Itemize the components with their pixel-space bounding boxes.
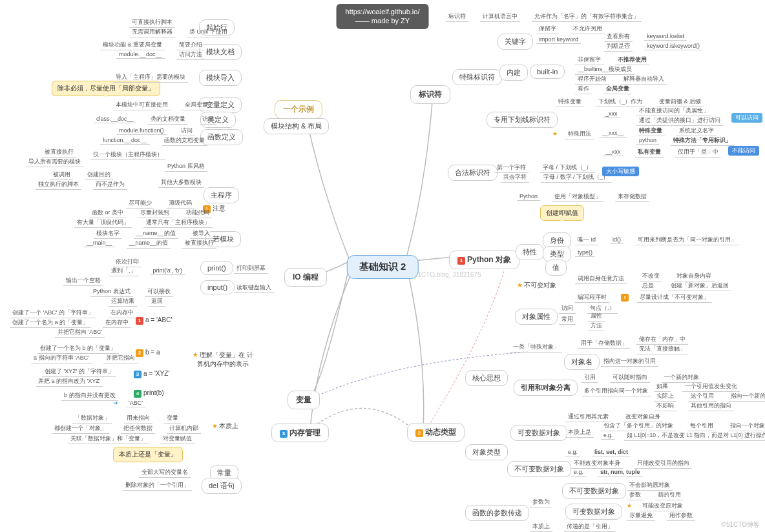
detail: 被直接执行 [42, 147, 76, 158]
node-builtin-label: 内建 [499, 65, 528, 81]
detail: function.__doc__函数的文档变量 [100, 136, 207, 146]
node-del: del 语句 [202, 478, 242, 494]
node-var-sub: ★理解「变量」在 计算机内存中的表示 [191, 351, 255, 369]
node-core: 核心思想 [465, 370, 508, 386]
detail: module.function()访问 [116, 126, 195, 136]
detail: ★可能改变原对象 [627, 501, 686, 511]
detail: type() [575, 249, 595, 257]
detail: 可直接执行脚本 [129, 17, 175, 28]
node-var-a: 1a = 'ABC' [136, 316, 172, 325]
detail: 指向这一对象的引用 [601, 356, 658, 367]
detail: 导入「主程序」需要的模块 [113, 72, 188, 83]
branch-example-sub: 模块结构 & 布局 [264, 118, 329, 134]
detail: 标识符计算机语言中允许作为「名字」的「有效字符串集合」 [446, 12, 642, 22]
detail: 尽可能少顶级代码 [126, 198, 194, 209]
footer: ©51CTO博客 [722, 520, 760, 529]
detail: 常用 [559, 314, 576, 325]
detail: 删除对象的「一个引用」 [123, 480, 192, 491]
detail: module.__doc__访问方法 [116, 50, 205, 60]
node-val: 值 [545, 260, 567, 276]
callout-local-var: 除非必须，尽量使用「局部变量」 [52, 81, 160, 96]
detail: 关联「数据对象」和「变量」对变量赋值 [68, 434, 194, 444]
tag-noaccess: 不能访问 [728, 146, 759, 156]
node-param-immut: 不可变数据对象 [562, 483, 626, 499]
detail: e.g.list, set, dict [565, 448, 631, 456]
branch-identifier: 标识符 [410, 85, 450, 104]
detail: 仅一个模块（主程序模块） [90, 150, 165, 160]
branch-mem: 3内存管理 [271, 424, 329, 442]
detail: 属性 [588, 311, 605, 322]
detail: 不能直接访问的「类属性」 [636, 106, 711, 116]
branch-io: IO 编程 [284, 268, 327, 287]
detail: 参数新的引用 [627, 490, 684, 500]
detail: 独立执行的脚本而不是作为 [36, 179, 127, 190]
detail: 判断是否keyword.iskeyword() [604, 41, 702, 52]
detail: 无需调用解释器类 Unix 下使用 [129, 27, 230, 37]
detail: __main____name__的值被直接执行 [84, 238, 216, 249]
node-builtin: built-in [530, 65, 565, 79]
detail: ★特殊用法 [552, 129, 594, 139]
detail: 被调用创建目的 [50, 170, 113, 180]
node-print: print() [200, 261, 233, 275]
node-immut: ★不可变对象 [517, 281, 556, 290]
branch-pyobj: 1Python 对象 [449, 251, 519, 269]
detail: 如果一个引用值发生变化 [654, 382, 740, 392]
detail: 不能改变对象本身只能改变引用的指向 [571, 458, 692, 469]
node-var-c: 3a = 'XYZ' [134, 370, 169, 378]
detail: 多个引用指向同一个对象 [582, 386, 651, 396]
detail: 其他大多数模块 [158, 178, 204, 188]
detail: e.g.如 L1[0]=10，不是改变 L1 指向，而是对 L1[0] 进行操作… [601, 431, 749, 441]
detail: 创建了一个名为 b 的「变量」 [37, 343, 119, 354]
branch-dyn: 2动态类型 [407, 423, 465, 442]
node-ref-obj-sep: 引用和对象分离 [514, 380, 578, 396]
node-immutable: 不可变数据对象 [507, 461, 571, 477]
detail: 不影响其他引用的指向 [654, 401, 734, 411]
detail: Python使用「对象模型」来存储数据 [517, 192, 649, 202]
detail: 全部大写的变量名 [139, 467, 191, 478]
detail: 输出一个空格 [63, 276, 103, 286]
branch-example: 一个示例 [275, 100, 322, 119]
detail: 第一个字符字母 / 下划线（_） [494, 163, 594, 173]
detail: 创建了一个 'ABC' 的「字符串」在内存中 [10, 308, 136, 318]
detail: 编写程序时!尽量设计成「不可变对象」 [575, 292, 712, 303]
detail: a 指向的字符串 'ABC'并把它指向 [31, 353, 138, 363]
detail: _xxx [603, 110, 620, 118]
node-param-mut: 可变数据对象 [565, 504, 622, 520]
detail: 本模块中可直接使用全局变量 [113, 100, 211, 110]
detail: 查看所有keyword.kwlist [604, 32, 687, 42]
detail: 参数为 [530, 497, 552, 507]
node-module-import: 模块导入 [199, 70, 242, 86]
detail: 有大量「顶级代码」通常只有「主程序模块」 [74, 218, 213, 228]
node-attr: 特性 [516, 244, 544, 260]
header-credit: https://woaielf.github.io/—— made by ZY [337, 4, 429, 29]
detail: e.g.str, num, tuple [571, 468, 643, 476]
detail: 不会影响原对象 [627, 480, 673, 491]
node-var-d: 4print(b) [134, 389, 164, 398]
node-otype: 对象类型 [465, 444, 508, 460]
node-module-doc: 模块文档 [199, 44, 242, 60]
tag-access: 可以访问 [731, 113, 762, 123]
node-param-pass: 函数的参数传递 [465, 505, 529, 521]
callout-var-essence: 本质上还是「变量」 [113, 447, 183, 462]
detail: 遇到「,」print('a', 'b') [109, 266, 185, 276]
detail: class.__doc__类的文档变量访问 [94, 114, 216, 125]
node-special-id: 特殊标识符 [452, 69, 502, 85]
detail: 特殊变量系统定义名字 [636, 126, 717, 136]
detail: b 的指向并没有更改 [61, 391, 118, 401]
detail: __xxx__ [600, 129, 627, 138]
detail: 调用自身任意方法 [575, 274, 627, 284]
tag-case: 大小写敏感 [602, 167, 639, 176]
detail: 看作全局变量 [575, 84, 632, 94]
detail: import keyword [536, 36, 581, 44]
node-oattr: 对象属性 [515, 309, 558, 325]
detail: Python 表达式可以接收 [90, 287, 173, 297]
detail: 模块名字__name__的值被导入 [94, 229, 213, 239]
detail: 非保留字不推荐使用 [575, 55, 649, 65]
detail: 都创建一个「对象」把任何数据计算机内部 [52, 424, 201, 434]
detail: 总是创建「新对象」后返回 [640, 281, 731, 291]
node-input: input() [200, 280, 235, 294]
node-legal-id: 合法标识符 [448, 165, 498, 181]
detail: 其余字符字母 / 数字 / 下划线（_） [501, 172, 611, 183]
detail: 创建了一个名为 a 的「变量」在内存中 [10, 318, 131, 328]
detail: 储存在「内存」中 [636, 334, 688, 345]
